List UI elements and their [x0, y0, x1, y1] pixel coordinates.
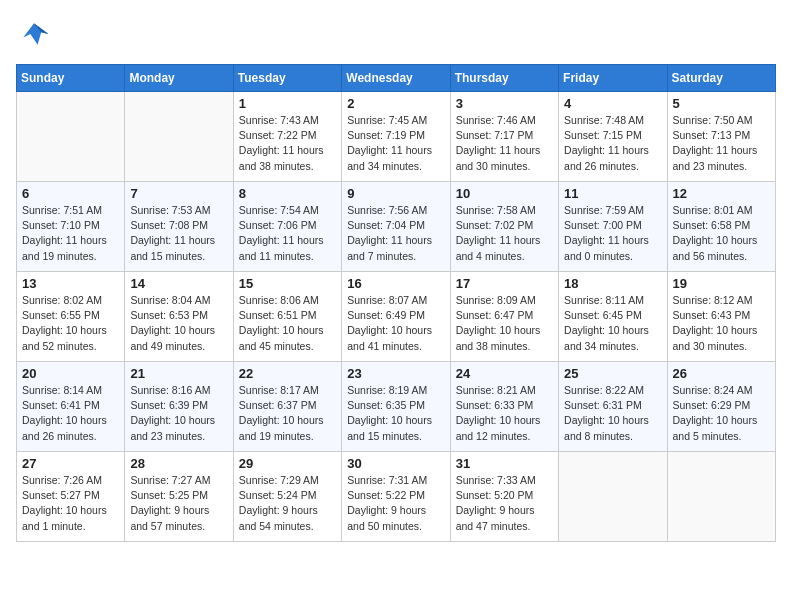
day-detail: Sunrise: 8:14 AMSunset: 6:41 PMDaylight:… [22, 383, 119, 444]
day-number: 23 [347, 366, 444, 381]
day-detail: Sunrise: 7:53 AMSunset: 7:08 PMDaylight:… [130, 203, 227, 264]
calendar-day-cell: 9Sunrise: 7:56 AMSunset: 7:04 PMDaylight… [342, 182, 450, 272]
calendar-day-cell: 20Sunrise: 8:14 AMSunset: 6:41 PMDayligh… [17, 362, 125, 452]
day-detail: Sunrise: 8:19 AMSunset: 6:35 PMDaylight:… [347, 383, 444, 444]
calendar-day-cell: 31Sunrise: 7:33 AMSunset: 5:20 PMDayligh… [450, 452, 558, 542]
day-number: 11 [564, 186, 661, 201]
calendar-day-cell: 21Sunrise: 8:16 AMSunset: 6:39 PMDayligh… [125, 362, 233, 452]
day-detail: Sunrise: 7:48 AMSunset: 7:15 PMDaylight:… [564, 113, 661, 174]
calendar-day-cell: 10Sunrise: 7:58 AMSunset: 7:02 PMDayligh… [450, 182, 558, 272]
calendar-day-cell: 19Sunrise: 8:12 AMSunset: 6:43 PMDayligh… [667, 272, 775, 362]
weekday-header-tuesday: Tuesday [233, 65, 341, 92]
calendar-day-cell [17, 92, 125, 182]
day-detail: Sunrise: 8:04 AMSunset: 6:53 PMDaylight:… [130, 293, 227, 354]
calendar-day-cell: 3Sunrise: 7:46 AMSunset: 7:17 PMDaylight… [450, 92, 558, 182]
day-number: 20 [22, 366, 119, 381]
day-detail: Sunrise: 7:54 AMSunset: 7:06 PMDaylight:… [239, 203, 336, 264]
day-detail: Sunrise: 8:09 AMSunset: 6:47 PMDaylight:… [456, 293, 553, 354]
calendar-day-cell: 2Sunrise: 7:45 AMSunset: 7:19 PMDaylight… [342, 92, 450, 182]
day-detail: Sunrise: 7:51 AMSunset: 7:10 PMDaylight:… [22, 203, 119, 264]
calendar-day-cell: 27Sunrise: 7:26 AMSunset: 5:27 PMDayligh… [17, 452, 125, 542]
day-number: 16 [347, 276, 444, 291]
day-detail: Sunrise: 8:24 AMSunset: 6:29 PMDaylight:… [673, 383, 770, 444]
day-detail: Sunrise: 7:46 AMSunset: 7:17 PMDaylight:… [456, 113, 553, 174]
day-detail: Sunrise: 7:50 AMSunset: 7:13 PMDaylight:… [673, 113, 770, 174]
day-detail: Sunrise: 8:07 AMSunset: 6:49 PMDaylight:… [347, 293, 444, 354]
day-detail: Sunrise: 7:27 AMSunset: 5:25 PMDaylight:… [130, 473, 227, 534]
day-number: 24 [456, 366, 553, 381]
weekday-header-monday: Monday [125, 65, 233, 92]
day-detail: Sunrise: 8:02 AMSunset: 6:55 PMDaylight:… [22, 293, 119, 354]
day-detail: Sunrise: 8:17 AMSunset: 6:37 PMDaylight:… [239, 383, 336, 444]
day-detail: Sunrise: 7:58 AMSunset: 7:02 PMDaylight:… [456, 203, 553, 264]
logo [16, 16, 58, 52]
calendar-day-cell: 4Sunrise: 7:48 AMSunset: 7:15 PMDaylight… [559, 92, 667, 182]
day-detail: Sunrise: 8:06 AMSunset: 6:51 PMDaylight:… [239, 293, 336, 354]
calendar-day-cell: 29Sunrise: 7:29 AMSunset: 5:24 PMDayligh… [233, 452, 341, 542]
day-number: 29 [239, 456, 336, 471]
day-number: 30 [347, 456, 444, 471]
day-number: 31 [456, 456, 553, 471]
calendar-day-cell: 11Sunrise: 7:59 AMSunset: 7:00 PMDayligh… [559, 182, 667, 272]
calendar-day-cell: 25Sunrise: 8:22 AMSunset: 6:31 PMDayligh… [559, 362, 667, 452]
day-number: 7 [130, 186, 227, 201]
calendar-day-cell: 16Sunrise: 8:07 AMSunset: 6:49 PMDayligh… [342, 272, 450, 362]
day-number: 13 [22, 276, 119, 291]
calendar-day-cell: 12Sunrise: 8:01 AMSunset: 6:58 PMDayligh… [667, 182, 775, 272]
calendar-day-cell: 6Sunrise: 7:51 AMSunset: 7:10 PMDaylight… [17, 182, 125, 272]
weekday-header-row: SundayMondayTuesdayWednesdayThursdayFrid… [17, 65, 776, 92]
weekday-header-friday: Friday [559, 65, 667, 92]
weekday-header-thursday: Thursday [450, 65, 558, 92]
day-number: 15 [239, 276, 336, 291]
calendar-week-2: 6Sunrise: 7:51 AMSunset: 7:10 PMDaylight… [17, 182, 776, 272]
day-detail: Sunrise: 8:01 AMSunset: 6:58 PMDaylight:… [673, 203, 770, 264]
day-detail: Sunrise: 8:16 AMSunset: 6:39 PMDaylight:… [130, 383, 227, 444]
calendar-day-cell: 17Sunrise: 8:09 AMSunset: 6:47 PMDayligh… [450, 272, 558, 362]
day-detail: Sunrise: 8:11 AMSunset: 6:45 PMDaylight:… [564, 293, 661, 354]
calendar-day-cell: 30Sunrise: 7:31 AMSunset: 5:22 PMDayligh… [342, 452, 450, 542]
day-number: 10 [456, 186, 553, 201]
day-number: 22 [239, 366, 336, 381]
calendar-day-cell: 1Sunrise: 7:43 AMSunset: 7:22 PMDaylight… [233, 92, 341, 182]
day-number: 2 [347, 96, 444, 111]
page-header [16, 16, 776, 52]
calendar-day-cell: 18Sunrise: 8:11 AMSunset: 6:45 PMDayligh… [559, 272, 667, 362]
day-number: 9 [347, 186, 444, 201]
day-detail: Sunrise: 7:33 AMSunset: 5:20 PMDaylight:… [456, 473, 553, 534]
weekday-header-wednesday: Wednesday [342, 65, 450, 92]
weekday-header-saturday: Saturday [667, 65, 775, 92]
day-number: 1 [239, 96, 336, 111]
calendar-week-4: 20Sunrise: 8:14 AMSunset: 6:41 PMDayligh… [17, 362, 776, 452]
day-number: 6 [22, 186, 119, 201]
calendar-day-cell [125, 92, 233, 182]
day-number: 14 [130, 276, 227, 291]
day-number: 21 [130, 366, 227, 381]
day-detail: Sunrise: 8:12 AMSunset: 6:43 PMDaylight:… [673, 293, 770, 354]
calendar-day-cell: 5Sunrise: 7:50 AMSunset: 7:13 PMDaylight… [667, 92, 775, 182]
day-number: 25 [564, 366, 661, 381]
day-detail: Sunrise: 7:31 AMSunset: 5:22 PMDaylight:… [347, 473, 444, 534]
calendar-day-cell [559, 452, 667, 542]
calendar-day-cell: 26Sunrise: 8:24 AMSunset: 6:29 PMDayligh… [667, 362, 775, 452]
calendar-day-cell: 8Sunrise: 7:54 AMSunset: 7:06 PMDaylight… [233, 182, 341, 272]
calendar-table: SundayMondayTuesdayWednesdayThursdayFrid… [16, 64, 776, 542]
svg-marker-0 [23, 23, 48, 45]
calendar-day-cell: 23Sunrise: 8:19 AMSunset: 6:35 PMDayligh… [342, 362, 450, 452]
calendar-day-cell: 22Sunrise: 8:17 AMSunset: 6:37 PMDayligh… [233, 362, 341, 452]
calendar-day-cell: 13Sunrise: 8:02 AMSunset: 6:55 PMDayligh… [17, 272, 125, 362]
calendar-day-cell [667, 452, 775, 542]
day-number: 27 [22, 456, 119, 471]
logo-icon [16, 16, 52, 52]
calendar-day-cell: 14Sunrise: 8:04 AMSunset: 6:53 PMDayligh… [125, 272, 233, 362]
weekday-header-sunday: Sunday [17, 65, 125, 92]
day-number: 17 [456, 276, 553, 291]
day-number: 26 [673, 366, 770, 381]
day-number: 5 [673, 96, 770, 111]
day-detail: Sunrise: 7:29 AMSunset: 5:24 PMDaylight:… [239, 473, 336, 534]
day-number: 3 [456, 96, 553, 111]
day-detail: Sunrise: 7:45 AMSunset: 7:19 PMDaylight:… [347, 113, 444, 174]
calendar-day-cell: 28Sunrise: 7:27 AMSunset: 5:25 PMDayligh… [125, 452, 233, 542]
calendar-week-5: 27Sunrise: 7:26 AMSunset: 5:27 PMDayligh… [17, 452, 776, 542]
day-number: 8 [239, 186, 336, 201]
calendar-week-3: 13Sunrise: 8:02 AMSunset: 6:55 PMDayligh… [17, 272, 776, 362]
